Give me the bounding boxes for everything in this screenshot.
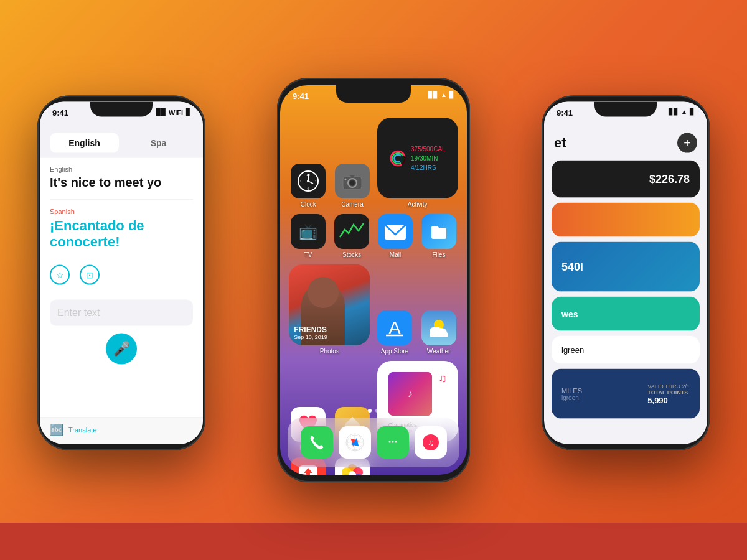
appstore-app[interactable]: A App Store [375,310,414,355]
weather-svg [425,314,453,342]
svg-text:9: 9 [300,180,302,183]
clock-icon-box: 12 3 6 9 [291,164,326,198]
total-points: TOTAL POINTS 5,990 [647,389,690,404]
walgreens-label: lgreen [561,394,582,401]
english-tab[interactable]: English [50,133,119,153]
app-row-1: 12 3 6 9 Clock [286,118,461,208]
white-card-text: lgreen [561,345,584,355]
black-card-inner: $226.78 [552,161,700,198]
tv-svg: 📺 [296,222,321,241]
photos-app-label: Photos [320,348,339,355]
translate-label: Translate [68,426,96,434]
stocks-icon-box [334,214,369,249]
miles-card[interactable]: MILES lgreen VALID THRU 2/1 TOTAL POINTS… [552,369,700,419]
photos-widget-container[interactable]: FRIENDS Sep 10, 2019 Photos [289,264,370,355]
svg-point-13 [344,179,346,180]
dot-2 [375,409,379,413]
appstore-svg: A [380,314,409,342]
dock-music-icon: ♫ [422,434,439,451]
wallet-add-button[interactable]: + [677,133,697,153]
wallet-title: et [554,135,566,151]
left-status-icons: ▊▊ WiFi ▊ [156,108,190,116]
activity-widget-container[interactable]: 375/500CAL 19/30MIN 4/12HRS Activity [377,118,458,208]
messages-icon [383,434,402,451]
right-wifi-icon: ▲ [681,108,687,115]
activity-text: 375/500CAL 19/30MIN 4/12HRS [411,144,446,172]
orange-card-inner [552,203,700,237]
copy-icon[interactable]: ⊡ [80,265,100,285]
activity-widget: 375/500CAL 19/30MIN 4/12HRS [377,118,458,198]
card-amount: $226.78 [649,172,690,185]
right-status-icons: ▊▊ ▲ ▊ [669,108,695,115]
left-time: 9:41 [52,108,68,118]
phone-center: 9:41 ▊▊ ▲ ▊ [277,78,470,482]
dock: ♫ [288,418,459,467]
miles-left: MILES lgreen [561,386,582,401]
clock-app[interactable]: 12 3 6 9 Clock [289,164,327,208]
center-time: 9:41 [293,91,309,101]
appstore-label: App Store [381,348,408,355]
page-dots [280,409,467,413]
mic-button[interactable]: 🎤 [106,334,137,365]
camera-label: Camera [341,201,364,208]
dock-messages[interactable] [377,426,409,459]
music-note-icon: ♫ [438,372,447,385]
stocks-label: Stocks [342,251,361,258]
total-points-label: TOTAL POINTS [647,389,690,395]
files-label: Files [432,251,445,258]
orange-card[interactable] [552,203,700,237]
svg-point-3 [307,180,309,182]
blue-card[interactable]: 540i [552,242,700,292]
miles-label: MILES [561,386,582,394]
white-card[interactable]: lgreen [552,336,700,364]
svg-point-48 [395,441,397,443]
tv-label: TV [304,251,312,258]
divider [50,200,193,200]
input-area[interactable]: Enter text [50,300,193,326]
music-note-decoration: ♪ [408,388,413,399]
tv-icon-box: 📺 [291,214,326,249]
card-blue-text: 540i [561,260,583,273]
phone-right: 9:41 ▊▊ ▲ ▊ et + $226.78 [542,96,710,450]
files-icon-box [421,214,456,249]
phone-icon [308,434,326,451]
star-icon[interactable]: ☆ [50,265,70,285]
black-card[interactable]: $226.78 [552,161,700,198]
tv-app[interactable]: 📺 TV [289,214,327,258]
miles-card-inner: MILES lgreen VALID THRU 2/1 TOTAL POINTS… [552,369,700,419]
dot-1 [368,409,372,413]
center-phone-screen: 9:41 ▊▊ ▲ ▊ [280,85,467,475]
signal-icon: ▊▊ [156,108,166,116]
photos-widget-label: FRIENDS Sep 10, 2019 [294,325,327,340]
stocks-svg [337,217,366,246]
translate-content: English It's nice to meet yo Spanish ¡En… [40,158,203,258]
dock-music-app[interactable]: ♫ [415,426,447,459]
teal-card[interactable]: wes [552,297,700,331]
camera-svg [342,172,363,190]
phones-wrapper: 9:41 ▊▊ WiFi ▊ English Spa English It's … [0,0,747,560]
dock-phone[interactable] [301,426,333,459]
clock-svg: 12 3 6 9 [297,170,319,192]
input-placeholder: Enter text [57,307,100,318]
weather-app[interactable]: Weather [420,310,458,355]
dock-safari[interactable] [339,426,371,459]
stocks-app[interactable]: Stocks [332,214,371,258]
svg-rect-28 [430,332,448,337]
mail-label: Mail [390,251,401,258]
files-app[interactable]: Files [420,214,458,258]
points-value: 5,990 [647,395,690,404]
center-wifi-icon: ▲ [441,91,447,98]
svg-point-47 [392,441,393,443]
mail-svg [381,217,410,246]
camera-app[interactable]: Camera [333,164,372,208]
battery-icon: ▊ [186,108,190,116]
center-signal-icon: ▊▊ [428,91,438,98]
spanish-tab[interactable]: Spa [124,133,193,153]
center-notch [336,85,411,103]
photos-widget-bg: FRIENDS Sep 10, 2019 [289,264,370,345]
right-signal-icon: ▊▊ [669,108,679,115]
cal-text: 375/500CAL [411,144,446,154]
source-lang-label: English [50,166,193,173]
mail-app[interactable]: Mail [376,214,415,258]
appstore-icon-box: A [377,310,412,345]
